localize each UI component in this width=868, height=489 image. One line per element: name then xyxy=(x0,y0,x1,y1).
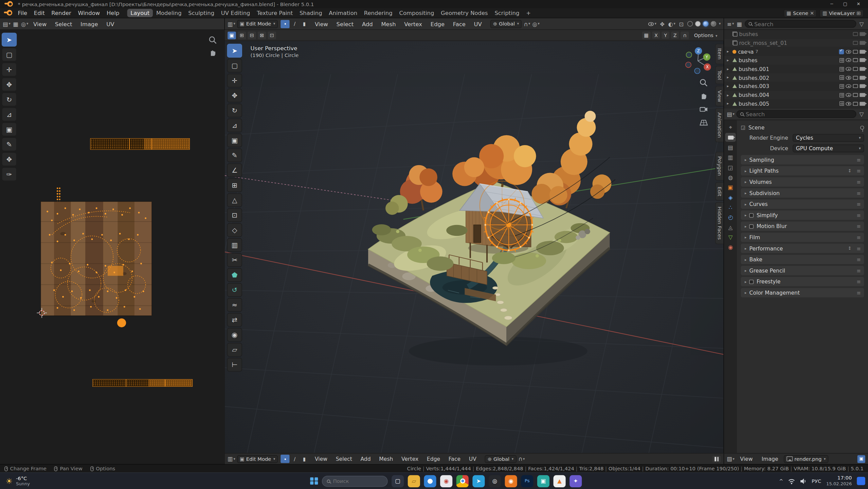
taskbar-blender-icon[interactable]: ◉ xyxy=(505,475,517,487)
tl-menu-uv[interactable]: UV xyxy=(466,455,480,463)
tab-tool[interactable]: ⌖ xyxy=(725,123,736,132)
image-pin-toggle[interactable]: ▣ xyxy=(857,455,865,463)
taskbar-obs-icon[interactable]: ◎ xyxy=(489,475,501,487)
workspace-tab-sculpting[interactable]: Sculpting xyxy=(185,9,217,17)
workspace-tab-animation[interactable]: Animation xyxy=(325,9,360,17)
menu-edit[interactable]: Edit xyxy=(31,9,48,17)
notifications-button[interactable] xyxy=(857,477,865,485)
tool-poly-build[interactable]: ⬟ xyxy=(227,268,242,282)
tab-object[interactable]: ▣ xyxy=(725,183,736,192)
disable-render-icon[interactable] xyxy=(860,93,865,97)
minimize-button[interactable]: ─ xyxy=(825,0,838,8)
vp-menu-vertex[interactable]: Vertex xyxy=(401,20,426,28)
volume-icon[interactable] xyxy=(800,478,807,485)
tl-snap-magnet-icon[interactable]: ∩▾ xyxy=(518,455,525,463)
uv-menu-uv[interactable]: UV xyxy=(103,20,117,28)
mirror-x-button[interactable]: X xyxy=(652,32,660,39)
section-color-management[interactable]: ▸Color Management≡ xyxy=(741,288,864,297)
tool-measure[interactable]: ∠ xyxy=(227,163,242,177)
expand-caret-icon[interactable]: ▸ xyxy=(727,75,730,80)
section-volumes[interactable]: ▸Volumes≡ xyxy=(741,177,864,187)
tl-menu-add[interactable]: Add xyxy=(357,455,374,463)
workspace-tab-scripting[interactable]: Scripting xyxy=(491,9,523,17)
disable-viewport-icon[interactable] xyxy=(853,32,858,36)
tool-inset[interactable]: ⊡ xyxy=(227,208,242,222)
outliner-display-mode-icon[interactable]: ▦ xyxy=(736,20,743,28)
taskbar-explorer-icon[interactable]: ▱ xyxy=(408,475,420,487)
shading-wireframe-button[interactable] xyxy=(687,21,692,27)
outliner-row[interactable]: ▸ bushes.002 xyxy=(724,73,868,82)
disable-viewport-icon[interactable] xyxy=(853,93,858,97)
taskbar-taskview-icon[interactable]: ▢ xyxy=(392,475,404,487)
new-viewlayer-icon[interactable]: ⊞ xyxy=(856,10,861,16)
sidebar-tab-edit[interactable]: Edit xyxy=(715,182,724,200)
show-overlays-icon[interactable]: ◐▾ xyxy=(668,20,675,28)
uv-display-mode-icon[interactable]: ▦ xyxy=(12,20,19,28)
visibility-dropdown-icon[interactable]: ▾ xyxy=(649,20,656,28)
add-workspace-button[interactable]: + xyxy=(523,9,534,17)
vp-menu-edge[interactable]: Edge xyxy=(427,20,448,28)
taskbar-photos-icon[interactable]: ◉ xyxy=(440,475,452,487)
menu-help[interactable]: Help xyxy=(103,9,123,17)
tl-menu-view[interactable]: View xyxy=(311,455,331,463)
edge-select-button[interactable]: ∕ xyxy=(290,20,299,28)
render-engine-dropdown[interactable]: Cycles▾ xyxy=(793,134,864,142)
tool-bevel[interactable]: ◇ xyxy=(227,223,242,237)
vp-menu-view[interactable]: View xyxy=(311,20,331,28)
workspace-tab-modeling[interactable]: Modeling xyxy=(153,9,185,17)
pause-playback-button[interactable] xyxy=(712,455,721,462)
simplify-checkbox[interactable] xyxy=(749,213,754,217)
disable-render-icon[interactable] xyxy=(860,50,865,53)
disable-viewport-icon[interactable] xyxy=(853,67,858,71)
select-extend-icon[interactable]: ⊞ xyxy=(238,31,246,39)
vp-menu-select[interactable]: Select xyxy=(333,20,357,28)
uv-tool-move[interactable]: ✥ xyxy=(2,77,17,91)
tab-particles[interactable]: ∴ xyxy=(725,203,736,211)
blender-app-icon[interactable] xyxy=(4,10,13,16)
disable-viewport-icon[interactable] xyxy=(853,84,858,88)
uv-canvas[interactable] xyxy=(0,30,225,464)
outliner-row[interactable]: ▸ bushes.003 xyxy=(724,82,868,91)
taskbar-chrome-icon[interactable] xyxy=(456,475,469,487)
outliner-row[interactable]: rock_moss_set_01 xyxy=(724,39,868,48)
shading-dropdown-icon[interactable]: ▾ xyxy=(719,22,721,26)
disable-render-icon[interactable] xyxy=(860,76,865,80)
timeline-vertex-select[interactable]: ∙ xyxy=(281,455,290,463)
expand-caret-icon[interactable]: ▸ xyxy=(727,58,730,63)
img-menu-image[interactable]: Image xyxy=(758,455,782,463)
mode-dropdown[interactable]: ▣ Edit Mode ▾ xyxy=(237,20,278,28)
tool-shear[interactable]: ▱ xyxy=(227,343,242,357)
taskbar-search[interactable] xyxy=(322,475,388,487)
uv-tool-rotate[interactable]: ↻ xyxy=(2,92,17,106)
tab-scene[interactable]: ◲ xyxy=(725,163,736,172)
menu-window[interactable]: Window xyxy=(75,9,103,17)
outliner-row[interactable]: bushes xyxy=(724,30,868,39)
select-intersect-icon[interactable]: ⊡ xyxy=(268,31,276,39)
hide-eye-icon[interactable] xyxy=(846,93,851,97)
shading-rendered-button[interactable] xyxy=(710,21,716,27)
hide-eye-icon[interactable] xyxy=(846,84,851,88)
expand-caret-icon[interactable]: ▸ xyxy=(727,93,730,97)
taskbar-search-input[interactable] xyxy=(333,478,383,484)
uv-tool-tweak[interactable]: ➤ xyxy=(2,33,17,47)
uv-menu-image[interactable]: Image xyxy=(77,20,101,28)
image-editor-type-icon[interactable]: ▨▾ xyxy=(727,455,735,463)
tool-move[interactable]: ✥ xyxy=(227,89,242,103)
outliner-search-input[interactable] xyxy=(754,21,852,27)
uv-menu-view[interactable]: View xyxy=(30,20,50,28)
uv-pivot-icon[interactable]: ◎▾ xyxy=(21,20,28,28)
uv-pan-hand-icon[interactable] xyxy=(209,49,217,57)
tool-tweak[interactable]: ➤ xyxy=(227,44,242,58)
wifi-icon[interactable] xyxy=(788,478,795,485)
viewlayer-selector[interactable]: ▥ ViewLayer ⊞ xyxy=(820,9,864,17)
show-gizmo-icon[interactable]: ✥ xyxy=(659,20,666,28)
freestyle-checkbox[interactable] xyxy=(749,279,754,284)
tab-view-layer[interactable]: ▥ xyxy=(725,153,736,162)
sidebar-tab-polygon[interactable]: Polygon xyxy=(715,152,724,180)
vertex-select-button[interactable]: ∙ xyxy=(281,20,290,28)
img-menu-view[interactable]: View xyxy=(737,455,756,463)
tl-menu-vertex[interactable]: Vertex xyxy=(398,455,422,463)
sidebar-tab-view[interactable]: View xyxy=(715,86,724,107)
tab-physics[interactable]: ◴ xyxy=(725,213,736,222)
tool-transform[interactable]: ▣ xyxy=(227,134,242,147)
